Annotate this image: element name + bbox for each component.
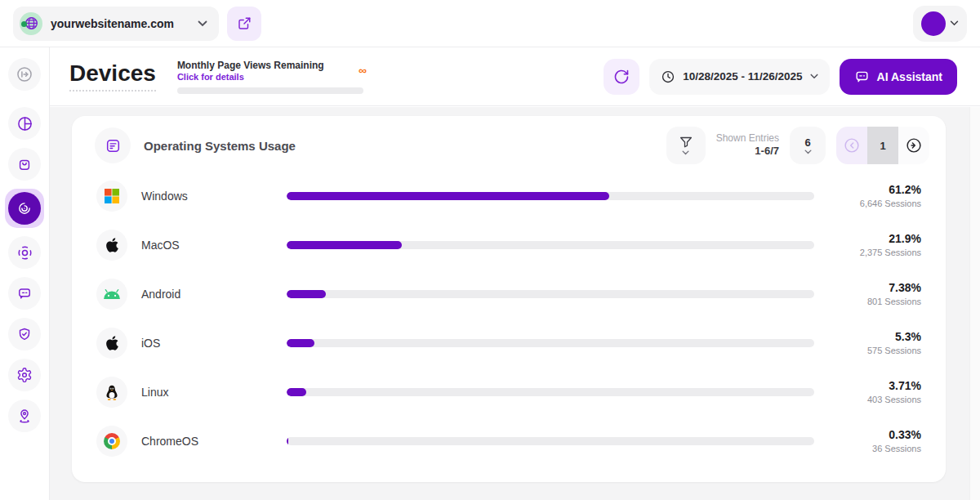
- usage-bar-track: [287, 241, 814, 249]
- os-label: ChromeOS: [141, 435, 198, 448]
- page-size-select[interactable]: 6: [790, 127, 826, 164]
- usage-bar-fill: [287, 388, 306, 396]
- os-label: iOS: [141, 337, 160, 350]
- current-page[interactable]: 1: [867, 127, 898, 164]
- content-area: Operating Systems Usage Shown Entries 1-…: [50, 107, 980, 500]
- quota-progress-bar: [177, 87, 363, 94]
- usage-bar-fill: [287, 192, 609, 200]
- chat-icon: [16, 285, 33, 301]
- sidebar-item-locations[interactable]: [8, 400, 41, 432]
- usage-bar-track: [287, 192, 814, 200]
- os-row[interactable]: Windows 61.2% 6,646 Sessions: [72, 172, 946, 221]
- privacy-shield-icon: [16, 326, 33, 342]
- tracking-target-icon: [16, 244, 33, 261]
- chevron-down-icon: [198, 20, 207, 27]
- os-label: MacOS: [141, 239, 180, 252]
- scrollbar[interactable]: [969, 107, 980, 500]
- quota-details-link[interactable]: Click for details: [177, 72, 349, 82]
- linux-logo-icon: [96, 377, 127, 408]
- settings-gear-icon: [16, 367, 33, 383]
- sidebar-item-dashboard[interactable]: [8, 107, 41, 140]
- quota-title: Monthly Page Views Remaining: [177, 60, 349, 71]
- devices-swirl-icon: [16, 200, 33, 217]
- android-logo-icon: [96, 279, 127, 310]
- shown-entries-value: 1-6/7: [716, 145, 779, 158]
- website-selector[interactable]: yourwebsitename.com: [13, 7, 219, 41]
- website-globe-icon: [20, 12, 42, 35]
- usage-bar-track: [287, 339, 814, 347]
- usage-bar-fill: [287, 290, 326, 298]
- usage-percent: 3.71%: [831, 379, 921, 393]
- chrome-logo-icon: [96, 426, 127, 457]
- page-title: Devices: [69, 61, 156, 92]
- card-header: Operating Systems Usage Shown Entries 1-…: [72, 116, 946, 172]
- usage-percent: 61.2%: [831, 183, 921, 197]
- os-row[interactable]: iOS 5.3% 575 Sessions: [72, 319, 946, 368]
- avatar: [921, 11, 946, 36]
- refresh-icon: [613, 69, 630, 85]
- infinity-icon: ∞: [359, 65, 367, 76]
- sidebar-item-devices[interactable]: [5, 189, 44, 228]
- ai-assistant-button[interactable]: AI Assistant: [840, 59, 957, 95]
- usage-percent: 21.9%: [831, 232, 921, 246]
- circle-arrow-left-icon: [843, 136, 861, 154]
- refresh-button[interactable]: [604, 59, 639, 95]
- os-rows: Windows 61.2% 6,646 Sessions MacOS 21.9%…: [72, 172, 946, 477]
- usage-percent: 7.38%: [831, 281, 921, 295]
- sidebar-item-collapse[interactable]: [8, 58, 41, 91]
- filter-funnel-icon: [679, 136, 693, 150]
- sidebar: [0, 47, 50, 500]
- usage-sessions: 403 Sessions: [831, 395, 921, 405]
- chevron-down-icon: [950, 20, 959, 26]
- account-menu[interactable]: [913, 6, 967, 42]
- os-label: Linux: [141, 386, 168, 399]
- sidebar-item-tracking[interactable]: [8, 236, 41, 269]
- usage-bar-track: [287, 437, 814, 445]
- os-row[interactable]: ChromeOS 0.33% 36 Sessions: [72, 417, 946, 466]
- apple-logo-icon: [96, 230, 127, 261]
- card-title: Operating Systems Usage: [144, 139, 296, 153]
- os-row[interactable]: Android 7.38% 801 Sessions: [72, 270, 946, 319]
- usage-sessions: 36 Sessions: [831, 444, 921, 454]
- ai-assistant-label: AI Assistant: [877, 70, 942, 83]
- usage-percent: 5.3%: [831, 330, 921, 344]
- chevron-down-icon: [810, 74, 818, 79]
- external-link-icon: [237, 16, 252, 31]
- usage-sessions: 6,646 Sessions: [831, 199, 921, 209]
- sidebar-item-chat[interactable]: [8, 277, 41, 310]
- ecommerce-bag-icon: [16, 156, 33, 172]
- windows-logo-icon: [96, 181, 127, 212]
- usage-bar-fill: [287, 241, 402, 249]
- usage-bar-track: [287, 388, 814, 396]
- usage-bar-fill: [287, 437, 288, 445]
- open-website-button[interactable]: [227, 7, 261, 41]
- usage-percent: 0.33%: [831, 428, 921, 442]
- chevron-down-icon: [682, 150, 689, 155]
- usage-bar-track: [287, 290, 814, 298]
- report-list-icon: [105, 137, 122, 154]
- pagination: 1: [836, 127, 929, 164]
- filter-button[interactable]: [666, 127, 706, 164]
- shown-entries-label: Shown Entries: [716, 132, 779, 145]
- page-header: Devices Monthly Page Views Remaining Cli…: [50, 47, 980, 106]
- shown-entries: Shown Entries 1-6/7: [716, 132, 779, 158]
- quota-widget[interactable]: Monthly Page Views Remaining Click for d…: [177, 60, 367, 94]
- sidebar-item-settings[interactable]: [8, 359, 41, 391]
- os-usage-card: Operating Systems Usage Shown Entries 1-…: [72, 116, 946, 482]
- sidebar-item-ecommerce[interactable]: [8, 148, 41, 181]
- sidebar-collapse-icon: [16, 65, 33, 83]
- website-name: yourwebsitename.com: [51, 17, 174, 30]
- dashboard-pie-icon: [16, 115, 33, 132]
- usage-sessions: 575 Sessions: [831, 346, 921, 356]
- clock-icon: [661, 69, 675, 84]
- ai-chat-icon: [854, 69, 870, 84]
- sidebar-item-privacy[interactable]: [8, 318, 41, 350]
- date-range-picker[interactable]: 10/28/2025 - 11/26/2025: [649, 59, 829, 95]
- next-page-button[interactable]: [898, 127, 929, 164]
- topbar: yourwebsitename.com: [0, 0, 980, 47]
- os-label: Windows: [141, 190, 188, 203]
- os-row[interactable]: MacOS 21.9% 2,375 Sessions: [72, 221, 946, 270]
- os-row[interactable]: Linux 3.71% 403 Sessions: [72, 368, 946, 417]
- prev-page-button[interactable]: [836, 127, 867, 164]
- usage-sessions: 2,375 Sessions: [831, 248, 921, 258]
